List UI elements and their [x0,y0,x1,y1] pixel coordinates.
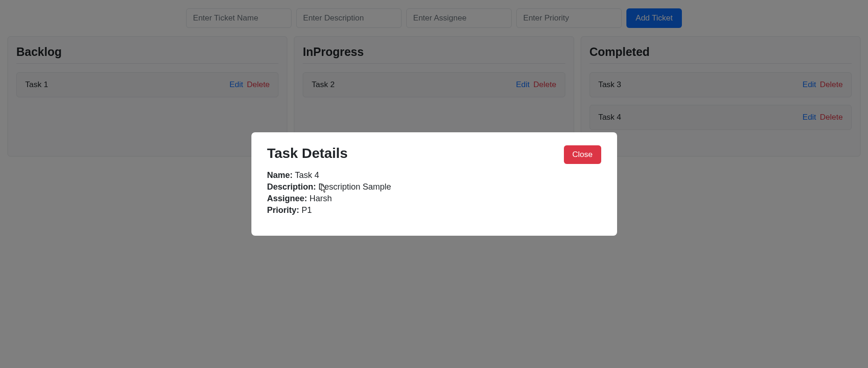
modal-overlay[interactable]: Task Details Close Name: Task 4 Descript… [0,0,868,368]
detail-description: Description: Description Sample [267,182,601,192]
close-button[interactable]: Close [564,145,601,164]
detail-assignee: Assignee: Harsh [267,194,601,204]
modal-title: Task Details [267,145,348,161]
task-details-modal: Task Details Close Name: Task 4 Descript… [251,132,617,236]
detail-priority: Priority: P1 [267,205,601,215]
detail-name: Name: Task 4 [267,170,601,180]
